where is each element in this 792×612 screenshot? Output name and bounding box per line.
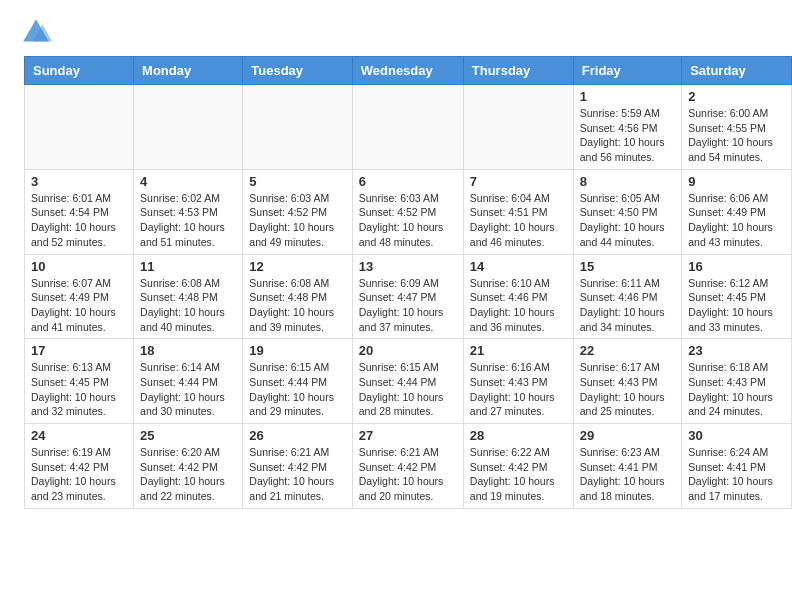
day-info: Sunrise: 6:09 AMSunset: 4:47 PMDaylight:… [359,276,457,335]
day-number: 17 [31,343,127,358]
day-number: 4 [140,174,236,189]
column-header-wednesday: Wednesday [352,57,463,85]
calendar-week-2: 3Sunrise: 6:01 AMSunset: 4:54 PMDaylight… [25,169,792,254]
calendar-cell: 19Sunrise: 6:15 AMSunset: 4:44 PMDayligh… [243,339,352,424]
calendar-cell: 26Sunrise: 6:21 AMSunset: 4:42 PMDayligh… [243,424,352,509]
day-info: Sunrise: 6:08 AMSunset: 4:48 PMDaylight:… [140,276,236,335]
calendar-cell: 16Sunrise: 6:12 AMSunset: 4:45 PMDayligh… [682,254,792,339]
calendar-cell: 15Sunrise: 6:11 AMSunset: 4:46 PMDayligh… [573,254,681,339]
day-info: Sunrise: 6:21 AMSunset: 4:42 PMDaylight:… [249,445,345,504]
day-number: 23 [688,343,785,358]
day-info: Sunrise: 6:05 AMSunset: 4:50 PMDaylight:… [580,191,675,250]
day-number: 13 [359,259,457,274]
day-info: Sunrise: 6:00 AMSunset: 4:55 PMDaylight:… [688,106,785,165]
day-number: 5 [249,174,345,189]
day-info: Sunrise: 6:24 AMSunset: 4:41 PMDaylight:… [688,445,785,504]
calendar-cell [463,85,573,170]
header-row: SundayMondayTuesdayWednesdayThursdayFrid… [25,57,792,85]
calendar-cell [243,85,352,170]
day-info: Sunrise: 6:19 AMSunset: 4:42 PMDaylight:… [31,445,127,504]
logo-icon [20,16,52,48]
calendar-header: SundayMondayTuesdayWednesdayThursdayFrid… [25,57,792,85]
day-info: Sunrise: 6:04 AMSunset: 4:51 PMDaylight:… [470,191,567,250]
day-number: 26 [249,428,345,443]
day-number: 8 [580,174,675,189]
calendar-cell: 6Sunrise: 6:03 AMSunset: 4:52 PMDaylight… [352,169,463,254]
day-number: 27 [359,428,457,443]
day-number: 16 [688,259,785,274]
day-number: 6 [359,174,457,189]
calendar-cell: 30Sunrise: 6:24 AMSunset: 4:41 PMDayligh… [682,424,792,509]
calendar-wrapper: SundayMondayTuesdayWednesdayThursdayFrid… [0,56,792,509]
day-info: Sunrise: 6:10 AMSunset: 4:46 PMDaylight:… [470,276,567,335]
day-info: Sunrise: 6:08 AMSunset: 4:48 PMDaylight:… [249,276,345,335]
calendar-cell: 4Sunrise: 6:02 AMSunset: 4:53 PMDaylight… [134,169,243,254]
calendar-table: SundayMondayTuesdayWednesdayThursdayFrid… [24,56,792,509]
day-info: Sunrise: 6:11 AMSunset: 4:46 PMDaylight:… [580,276,675,335]
calendar-cell: 27Sunrise: 6:21 AMSunset: 4:42 PMDayligh… [352,424,463,509]
day-info: Sunrise: 6:06 AMSunset: 4:49 PMDaylight:… [688,191,785,250]
calendar-cell: 2Sunrise: 6:00 AMSunset: 4:55 PMDaylight… [682,85,792,170]
day-number: 22 [580,343,675,358]
day-info: Sunrise: 6:16 AMSunset: 4:43 PMDaylight:… [470,360,567,419]
calendar-cell: 20Sunrise: 6:15 AMSunset: 4:44 PMDayligh… [352,339,463,424]
day-info: Sunrise: 6:17 AMSunset: 4:43 PMDaylight:… [580,360,675,419]
day-number: 24 [31,428,127,443]
day-number: 18 [140,343,236,358]
column-header-thursday: Thursday [463,57,573,85]
column-header-saturday: Saturday [682,57,792,85]
day-number: 7 [470,174,567,189]
day-number: 28 [470,428,567,443]
day-number: 1 [580,89,675,104]
calendar-cell: 9Sunrise: 6:06 AMSunset: 4:49 PMDaylight… [682,169,792,254]
day-number: 9 [688,174,785,189]
day-number: 30 [688,428,785,443]
calendar-cell: 29Sunrise: 6:23 AMSunset: 4:41 PMDayligh… [573,424,681,509]
day-number: 25 [140,428,236,443]
day-number: 19 [249,343,345,358]
day-number: 21 [470,343,567,358]
column-header-monday: Monday [134,57,243,85]
calendar-week-3: 10Sunrise: 6:07 AMSunset: 4:49 PMDayligh… [25,254,792,339]
day-number: 20 [359,343,457,358]
calendar-cell: 25Sunrise: 6:20 AMSunset: 4:42 PMDayligh… [134,424,243,509]
page-header [0,0,792,56]
day-number: 14 [470,259,567,274]
calendar-cell [352,85,463,170]
day-info: Sunrise: 6:22 AMSunset: 4:42 PMDaylight:… [470,445,567,504]
day-info: Sunrise: 6:20 AMSunset: 4:42 PMDaylight:… [140,445,236,504]
calendar-cell: 13Sunrise: 6:09 AMSunset: 4:47 PMDayligh… [352,254,463,339]
calendar-cell: 1Sunrise: 5:59 AMSunset: 4:56 PMDaylight… [573,85,681,170]
calendar-cell: 14Sunrise: 6:10 AMSunset: 4:46 PMDayligh… [463,254,573,339]
day-info: Sunrise: 6:03 AMSunset: 4:52 PMDaylight:… [359,191,457,250]
day-info: Sunrise: 6:15 AMSunset: 4:44 PMDaylight:… [249,360,345,419]
calendar-body: 1Sunrise: 5:59 AMSunset: 4:56 PMDaylight… [25,85,792,509]
day-info: Sunrise: 6:01 AMSunset: 4:54 PMDaylight:… [31,191,127,250]
day-info: Sunrise: 6:07 AMSunset: 4:49 PMDaylight:… [31,276,127,335]
day-info: Sunrise: 6:15 AMSunset: 4:44 PMDaylight:… [359,360,457,419]
logo [20,16,56,48]
day-info: Sunrise: 5:59 AMSunset: 4:56 PMDaylight:… [580,106,675,165]
day-info: Sunrise: 6:13 AMSunset: 4:45 PMDaylight:… [31,360,127,419]
calendar-cell: 7Sunrise: 6:04 AMSunset: 4:51 PMDaylight… [463,169,573,254]
calendar-week-1: 1Sunrise: 5:59 AMSunset: 4:56 PMDaylight… [25,85,792,170]
day-info: Sunrise: 6:02 AMSunset: 4:53 PMDaylight:… [140,191,236,250]
calendar-cell: 24Sunrise: 6:19 AMSunset: 4:42 PMDayligh… [25,424,134,509]
day-info: Sunrise: 6:21 AMSunset: 4:42 PMDaylight:… [359,445,457,504]
day-number: 2 [688,89,785,104]
day-info: Sunrise: 6:18 AMSunset: 4:43 PMDaylight:… [688,360,785,419]
calendar-cell: 8Sunrise: 6:05 AMSunset: 4:50 PMDaylight… [573,169,681,254]
calendar-cell [25,85,134,170]
day-info: Sunrise: 6:23 AMSunset: 4:41 PMDaylight:… [580,445,675,504]
calendar-cell: 3Sunrise: 6:01 AMSunset: 4:54 PMDaylight… [25,169,134,254]
calendar-cell: 10Sunrise: 6:07 AMSunset: 4:49 PMDayligh… [25,254,134,339]
calendar-cell: 11Sunrise: 6:08 AMSunset: 4:48 PMDayligh… [134,254,243,339]
calendar-cell: 21Sunrise: 6:16 AMSunset: 4:43 PMDayligh… [463,339,573,424]
calendar-cell: 17Sunrise: 6:13 AMSunset: 4:45 PMDayligh… [25,339,134,424]
calendar-cell: 12Sunrise: 6:08 AMSunset: 4:48 PMDayligh… [243,254,352,339]
calendar-cell: 22Sunrise: 6:17 AMSunset: 4:43 PMDayligh… [573,339,681,424]
calendar-cell: 23Sunrise: 6:18 AMSunset: 4:43 PMDayligh… [682,339,792,424]
calendar-cell [134,85,243,170]
day-number: 29 [580,428,675,443]
day-info: Sunrise: 6:03 AMSunset: 4:52 PMDaylight:… [249,191,345,250]
